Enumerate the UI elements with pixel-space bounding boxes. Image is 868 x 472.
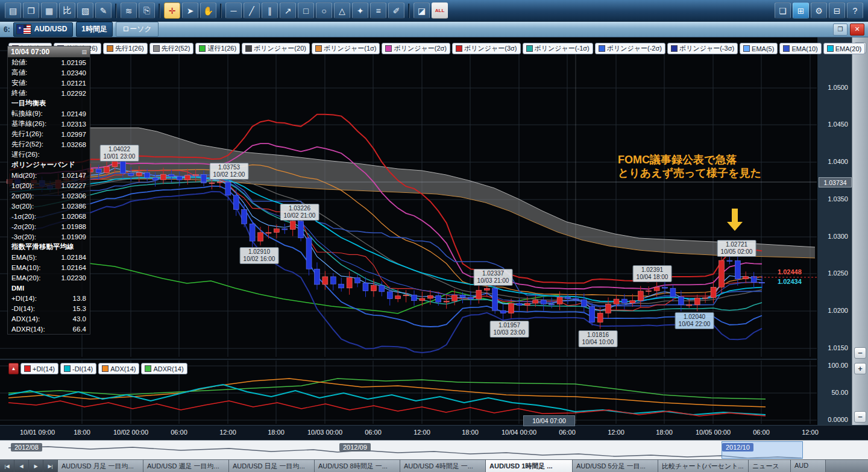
legend-item[interactable]: ボリンジャー(20) xyxy=(242,43,310,54)
chart-tab[interactable]: AUD/USD 週足 一目均... xyxy=(143,460,229,472)
erase-all-icon[interactable]: ALL xyxy=(432,2,448,19)
tab-scroll-button[interactable]: ▶ xyxy=(29,460,43,472)
chart-tab[interactable]: AUD xyxy=(791,460,826,472)
chart-tab[interactable]: 比較チャート(パーセント... xyxy=(658,460,749,472)
fibonacci-icon[interactable]: ≡ xyxy=(370,2,386,19)
legend-item[interactable]: ADX(14) xyxy=(98,363,139,374)
legend-item[interactable]: EMA(20) xyxy=(823,43,865,54)
price-annotation[interactable]: 1.0204010/04 22:00 xyxy=(675,312,714,329)
new-window-icon[interactable]: ❐ xyxy=(23,2,39,19)
line-mode-icon[interactable]: ≋ xyxy=(121,2,137,19)
legend-item[interactable]: ボリンジャー(3σ) xyxy=(452,43,521,54)
price-annotation[interactable]: 1.0322610/02 21:00 xyxy=(280,204,319,221)
hand-icon[interactable]: ✋ xyxy=(200,2,216,19)
info-value: 1.02195 xyxy=(61,59,86,66)
info-section-header: 指数平滑移動平均線 xyxy=(8,242,90,252)
price-annotation[interactable]: 1.0195710/03 23:00 xyxy=(490,321,529,338)
candle xyxy=(145,172,150,178)
chart-type-chip[interactable]: ローソク xyxy=(116,22,159,37)
help-icon[interactable]: ? xyxy=(847,2,863,19)
ray-line-icon[interactable]: ↗ xyxy=(280,2,296,19)
trend-line-icon[interactable]: ╱ xyxy=(244,2,260,19)
price-annotation[interactable]: 1.0272110/05 02:00 xyxy=(717,240,756,257)
print-icon[interactable]: ⊟ xyxy=(829,2,845,19)
info-label: 先行1(26): xyxy=(11,130,43,139)
tile-icon[interactable]: ⊞ xyxy=(793,2,809,19)
info-panel-header[interactable]: 10/04 07:00 ▤ xyxy=(8,46,90,57)
chart-tab[interactable]: AUD/USD 月足 一目均... xyxy=(58,460,143,472)
zoom-out-button[interactable]: − xyxy=(854,347,866,359)
legend-item[interactable]: ボリンジャー(2σ) xyxy=(382,43,450,54)
windows-icon[interactable]: ❏ xyxy=(775,2,791,19)
legend-item[interactable]: 遅行1(26) xyxy=(195,43,240,54)
legend-item[interactable]: ボリンジャー(-2σ) xyxy=(595,43,665,54)
info-label: -2σ(20): xyxy=(11,223,36,230)
candle xyxy=(322,277,328,285)
price-annotation[interactable]: 1.0233710/03 21:00 xyxy=(474,269,513,286)
layout-icon[interactable]: ▧ xyxy=(77,2,93,19)
polygon-icon[interactable]: ✦ xyxy=(352,2,368,19)
close-icon[interactable]: ✕ xyxy=(850,24,864,36)
restore-window-icon[interactable]: ❐ xyxy=(833,24,848,36)
eraser-icon[interactable]: ◪ xyxy=(414,2,430,19)
legend-item[interactable]: +DI(14) xyxy=(20,363,58,374)
crosshair-icon[interactable]: ✛ xyxy=(164,2,180,19)
price-annotation[interactable]: 1.0402210/01 23:00 xyxy=(100,145,139,162)
legend-item[interactable]: ADXR(14) xyxy=(141,363,187,374)
tab-scroll-button[interactable]: ◀ xyxy=(14,460,29,472)
zoom-out-button[interactable]: − xyxy=(854,411,866,423)
info-panel-menu-icon[interactable]: ▤ xyxy=(81,49,87,55)
user-note[interactable]: FOMC議事録公表で急落 とりあえず売って様子を見た xyxy=(618,153,761,180)
tab-scroll-button[interactable]: ▶| xyxy=(43,460,58,472)
rectangle-icon[interactable]: □ xyxy=(298,2,314,19)
legend-item[interactable]: 先行1(26) xyxy=(103,43,148,54)
legend-item[interactable]: ボリンジャー(-1σ) xyxy=(523,43,593,54)
ellipse-icon[interactable]: ○ xyxy=(316,2,332,19)
cursor-icon[interactable]: ➤ xyxy=(182,2,198,19)
chart-tab[interactable]: ニュース xyxy=(749,460,791,472)
price-annotation[interactable]: 1.0239110/04 18:00 xyxy=(633,265,672,282)
info-row: EMA(20):1.02230 xyxy=(8,272,90,283)
price-annotation[interactable]: 1.0181610/04 10:00 xyxy=(579,330,618,347)
legend-item[interactable]: EMA(10) xyxy=(779,43,821,54)
info-value: 1.02121 xyxy=(61,80,86,87)
legend-item[interactable]: ボリンジャー(-3σ) xyxy=(667,43,738,54)
tab-scroll-button[interactable]: |◀ xyxy=(0,460,14,472)
candle xyxy=(258,233,263,241)
scroll-minimap[interactable]: 2012/082012/092012/10 xyxy=(0,440,868,459)
save-image-icon[interactable]: ⎘ xyxy=(139,2,155,19)
legend-item[interactable]: 先行2(52) xyxy=(149,43,194,54)
legend-item[interactable]: EMA(5) xyxy=(740,43,778,54)
horizontal-line-icon[interactable]: ─ xyxy=(225,2,242,19)
chart-tab[interactable]: AUD/USD 1時間足 ... xyxy=(486,460,573,472)
collapse-panel-icon[interactable]: ▲ xyxy=(8,363,19,374)
chart-tab[interactable]: AUD/USD 5分足 一目... xyxy=(573,460,658,472)
candle xyxy=(524,303,530,305)
compare-icon[interactable]: 比 xyxy=(59,2,75,19)
candle xyxy=(703,298,708,299)
down-arrow-annotation[interactable] xyxy=(727,209,743,231)
candle xyxy=(153,178,158,180)
annotation-time: 10/03 21:00 xyxy=(477,277,509,285)
edit-icon[interactable]: ✎ xyxy=(95,2,112,19)
price-annotation[interactable]: 1.0291010/02 16:00 xyxy=(240,247,279,264)
chart-tab[interactable]: AUD/USD 4時間足 一... xyxy=(400,460,486,472)
new-chart-icon[interactable]: ▦ xyxy=(41,2,57,19)
legend-label: ボリンジャー(1σ) xyxy=(324,44,377,53)
settings-icon[interactable]: ⚙ xyxy=(811,2,827,19)
chart-tab[interactable]: AUD/USD 日足 一目均... xyxy=(229,460,315,472)
parallel-lines-icon[interactable]: ∥ xyxy=(262,2,278,19)
info-label: 指数平滑移動平均線 xyxy=(11,242,74,251)
report-icon[interactable]: ▤ xyxy=(5,2,21,19)
timeframe-chip[interactable]: 1時間足 xyxy=(76,22,113,37)
price-annotation[interactable]: 1.0375310/02 12:00 xyxy=(210,163,249,180)
time-axis-label: 06:00 xyxy=(171,429,187,436)
triangle-icon[interactable]: △ xyxy=(334,2,350,19)
zoom-in-button[interactable]: + xyxy=(854,363,866,374)
series-color-swatch xyxy=(526,45,533,52)
freehand-icon[interactable]: ✐ xyxy=(388,2,404,19)
legend-item[interactable]: ボリンジャー(1σ) xyxy=(312,43,380,54)
symbol-chip[interactable]: AUD/USD xyxy=(13,22,74,37)
legend-item[interactable]: -DI(14) xyxy=(60,363,96,374)
chart-tab[interactable]: AUD/USD 8時間足 一... xyxy=(315,460,400,472)
